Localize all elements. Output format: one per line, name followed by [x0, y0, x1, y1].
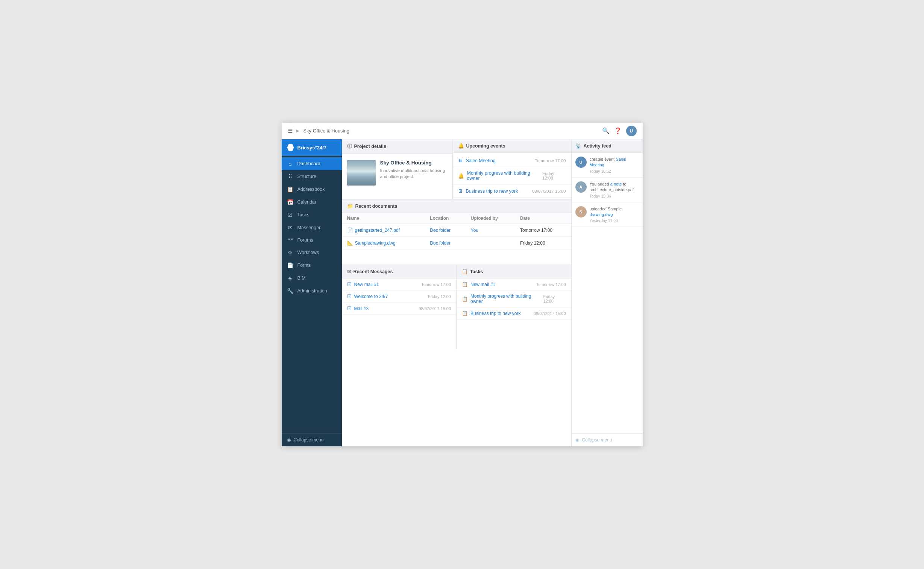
sidebar-item-label: Tasks [297, 212, 310, 218]
tasks-icon: ☑ [287, 212, 294, 218]
project-name: Sky Office & Housing [380, 160, 447, 166]
event-item[interactable]: 🖥 Sales Meeting Tomorrow 17:00 [453, 154, 571, 167]
tasks-title: Tasks [470, 269, 483, 274]
search-icon[interactable]: 🔍 [602, 127, 610, 134]
task-item[interactable]: 📋 Monthly progress with building owner F… [457, 291, 571, 307]
sidebar-item-bim[interactable]: ◈ BIM [282, 272, 342, 284]
feed-time: Yesterday 11:00 [590, 218, 639, 223]
message-item[interactable]: ☑ New mail #1 Tomorrow 17:00 [342, 278, 457, 291]
sidebar-item-label: Structure [297, 174, 317, 179]
event-icon: 🖥 [458, 158, 463, 163]
right-sidebar-collapse[interactable]: ◉ Collapse menu [572, 433, 643, 446]
help-icon[interactable]: ❓ [614, 127, 622, 134]
task-item[interactable]: 📋 Business trip to new york 08/07/2017 1… [457, 307, 571, 319]
messages-header: ✉ Recent Messages [342, 265, 457, 278]
sidebar-item-forums[interactable]: ❝❝ Forums [282, 234, 342, 246]
sidebar-item-forms[interactable]: 📄 Forms [282, 259, 342, 272]
feed-content: You added a note to architecture_outside… [590, 181, 639, 198]
sidebar-item-administration[interactable]: 🔧 Administration [282, 284, 342, 297]
feed-avatar: U [575, 157, 587, 168]
msg-name: Welcome to 24/7 [354, 294, 388, 299]
feed-icon: 📡 [575, 143, 581, 149]
messages-list: ☑ New mail #1 Tomorrow 17:00 ☑ Welcome t… [342, 278, 457, 315]
project-details-header: ⓘ Project details [342, 139, 452, 154]
messages-panel: ✉ Recent Messages ☑ New mail #1 Tomorrow… [342, 265, 457, 350]
feed-link[interactable]: a note [610, 182, 622, 186]
collapse-label: Collapse menu [582, 437, 612, 443]
doc-link[interactable]: 📄 gettingstarted_247.pdf [347, 227, 420, 233]
tasks-panel: 📋 Tasks 📋 New mail #1 Tomorrow 17:00 [457, 265, 571, 350]
activity-feed-sidebar: 📡 Activity feed U created event Sales Me… [571, 139, 643, 446]
event-item[interactable]: 🗓 Business trip to new york 08/07/2017 1… [453, 185, 571, 198]
recent-docs-panel: 📁 Recent documents Name Location Uploade… [342, 199, 571, 265]
collapse-icon: ◉ [575, 437, 579, 443]
check-icon: ☑ [347, 294, 352, 299]
sidebar-collapse[interactable]: ◉ Collapse menu [282, 433, 342, 446]
feed-time: Today 15:34 [590, 194, 639, 198]
sidebar-item-calendar[interactable]: 📅 Calendar [282, 196, 342, 208]
task-time: Tomorrow 17:00 [536, 282, 566, 287]
top-bar: ☰ ► Sky Office & Housing 🔍 ❓ U [282, 123, 643, 139]
task-item[interactable]: 📋 New mail #1 Tomorrow 17:00 [457, 278, 571, 291]
doc-date: Friday 12:00 [520, 240, 545, 246]
table-row[interactable]: 📐 Sampledrawing.dwg Doc folder Friday 12… [342, 237, 571, 250]
msg-time: Tomorrow 17:00 [421, 282, 451, 287]
sidebar-item-label: BIM [297, 275, 306, 281]
sidebar-item-messenger[interactable]: ✉ Messenger [282, 221, 342, 234]
task-left: 📋 New mail #1 [462, 281, 495, 287]
doc-name: gettingstarted_247.pdf [355, 228, 400, 233]
event-name: Sales Meeting [466, 158, 496, 163]
doc-link[interactable]: 📐 Sampledrawing.dwg [347, 240, 420, 246]
task-name: Monthly progress with building owner [470, 294, 543, 304]
avatar-inner: S [575, 206, 587, 218]
sidebar-item-tasks[interactable]: ☑ Tasks [282, 208, 342, 221]
hamburger-icon[interactable]: ☰ [288, 128, 293, 134]
feed-time: Today 16:52 [590, 169, 639, 173]
sidebar-item-label: Dashboard [297, 161, 320, 166]
sidebar-item-addressbook[interactable]: 📋 Addressbook [282, 183, 342, 196]
folder-icon: 📁 [347, 203, 353, 209]
upcoming-events-title: Upcoming events [466, 143, 505, 149]
upcoming-events-header: 🔔 Upcoming events [453, 139, 571, 153]
project-details-body: Sky Office & Housing Innovative multifun… [342, 154, 452, 192]
top-bar-right: 🔍 ❓ U [602, 126, 637, 136]
sidebar-item-workflows[interactable]: ⚙ Workflows [282, 246, 342, 259]
project-details-panel: ⓘ Project details Sky Office & Housing I… [342, 139, 453, 199]
msg-left: ☑ Welcome to 24/7 [347, 294, 388, 299]
task-icon: 📋 [462, 296, 468, 302]
logo-text: Bricsys°24/7 [297, 145, 326, 151]
doc-location: Doc folder [430, 240, 451, 246]
feed-text-prefix: created event [590, 157, 616, 161]
message-item[interactable]: ☑ Mail #3 08/07/2017 15:00 [342, 303, 457, 315]
msg-name: New mail #1 [354, 282, 379, 287]
msg-left: ☑ Mail #3 [347, 306, 369, 311]
pdf-icon: 📄 [347, 227, 353, 233]
dashboard-icon: ⌂ [287, 161, 294, 167]
top-panels: ⓘ Project details Sky Office & Housing I… [342, 139, 571, 199]
forums-icon: ❝❝ [287, 237, 294, 243]
feed-link[interactable]: drawing.dwg [590, 212, 613, 217]
task-time: 08/07/2017 15:00 [534, 311, 566, 316]
doc-location: Doc folder [430, 228, 451, 233]
activity-feed-header: 📡 Activity feed [572, 139, 643, 153]
sidebar-item-structure[interactable]: ⠿ Structure [282, 170, 342, 183]
sidebar-item-dashboard[interactable]: ⌂ Dashboard [282, 157, 342, 170]
recent-docs-header: 📁 Recent documents [342, 199, 571, 213]
message-item[interactable]: ☑ Welcome to 24/7 Friday 12:00 [342, 291, 457, 303]
event-item[interactable]: 🔔 Monthly progress with building owner F… [453, 167, 571, 185]
feed-content: uploaded Sample drawing.dwg Yesterday 11… [590, 206, 639, 223]
event-name: Monthly progress with building owner [467, 170, 543, 181]
table-row[interactable]: 📄 gettingstarted_247.pdf Doc folder You … [342, 224, 571, 237]
check-icon: ☑ [347, 306, 352, 311]
task-left: 📋 Business trip to new york [462, 310, 520, 316]
task-left: 📋 Monthly progress with building owner [462, 294, 543, 304]
task-header-icon: 📋 [462, 269, 468, 274]
task-name: New mail #1 [470, 282, 495, 287]
user-avatar[interactable]: U [626, 126, 637, 136]
feed-item: U created event Sales Meeting Today 16:5… [572, 153, 643, 178]
task-name: Business trip to new york [470, 311, 520, 316]
sidebar-item-label: Forums [297, 237, 313, 243]
event-left: 🖥 Sales Meeting [458, 158, 496, 163]
collapse-icon: ◉ [287, 437, 291, 443]
doc-uploader: You [471, 228, 478, 233]
